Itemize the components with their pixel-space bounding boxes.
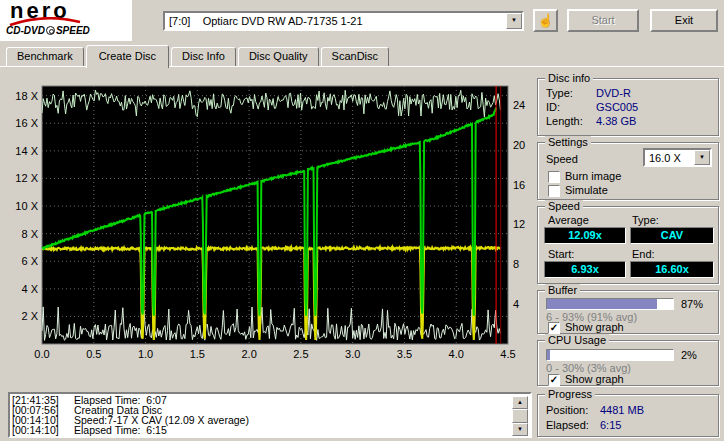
svg-text:8 X: 8 X <box>21 228 38 240</box>
scroll-up-icon[interactable]: ▲ <box>512 396 528 409</box>
svg-text:0.0: 0.0 <box>34 348 49 360</box>
svg-text:12 X: 12 X <box>15 172 38 184</box>
disc-id-label: ID: <box>546 101 560 113</box>
end-speed-value: 16.60x <box>630 261 714 278</box>
exit-button[interactable]: Exit <box>650 9 718 32</box>
drive-selector-value: [7:0] Optiarc DVD RW AD-71735 1-21 <box>169 14 363 28</box>
speed-group: Speed Average Type: 12.09x CAV Start: En… <box>537 206 719 284</box>
svg-text:6 X: 6 X <box>21 255 38 267</box>
hand-icon: ☝ <box>537 13 553 28</box>
buffer-show-graph-checkbox[interactable]: ✓ <box>548 322 560 334</box>
write-speed-value: 16.0 X <box>649 151 681 165</box>
tab-disc-info[interactable]: Disc Info <box>171 47 236 66</box>
eject-hand-button[interactable]: ☝ <box>533 9 558 32</box>
svg-text:1.0: 1.0 <box>138 348 153 360</box>
position-value: 4481 MB <box>600 404 644 416</box>
simulate-label: Simulate <box>565 184 608 196</box>
cpu-group: CPU Usage 2% 0 - 30% (3% avg) ✓ Show gra… <box>537 340 719 386</box>
tab-benchmark[interactable]: Benchmark <box>6 47 84 66</box>
svg-text:2.5: 2.5 <box>293 348 308 360</box>
svg-text:24: 24 <box>513 99 525 111</box>
cpu-show-graph-checkbox[interactable]: ✓ <box>548 374 560 386</box>
cpu-bar <box>546 349 674 361</box>
scrollbar-thumb[interactable] <box>512 409 528 423</box>
disc-id-value: GSC005 <box>596 101 638 113</box>
settings-title: Settings <box>545 136 591 149</box>
disc-type-label: Type: <box>546 87 573 99</box>
progress-title: Progress <box>545 388 595 401</box>
disc-icon <box>46 26 55 35</box>
burn-image-checkbox[interactable]: ✓ <box>548 171 560 183</box>
svg-text:20: 20 <box>513 139 525 151</box>
cpu-show-graph-label: Show graph <box>565 373 624 385</box>
svg-text:0.5: 0.5 <box>86 348 101 360</box>
end-speed-label: End: <box>632 248 655 260</box>
start-speed-label: Start: <box>548 248 574 260</box>
write-speed-selector[interactable]: 16.0 X ▼ <box>643 148 712 167</box>
svg-text:2 X: 2 X <box>21 310 38 322</box>
svg-text:3.0: 3.0 <box>345 348 360 360</box>
svg-text:2.0: 2.0 <box>241 348 256 360</box>
buffer-group: Buffer 87% 6 - 93% (91% avg) ✓ Show grap… <box>537 290 719 334</box>
buffer-show-graph-label: Show graph <box>565 321 624 333</box>
speed-title: Speed <box>545 200 583 213</box>
svg-text:4.5: 4.5 <box>500 348 515 360</box>
chevron-down-icon[interactable]: ▼ <box>506 13 522 29</box>
chevron-down-icon[interactable]: ▼ <box>694 150 710 165</box>
speed-setting-label: Speed <box>546 153 578 165</box>
disc-type-value: DVD-R <box>596 87 631 99</box>
svg-text:1.5: 1.5 <box>190 348 205 360</box>
log-scrollbar[interactable]: ▲ ▼ <box>512 396 528 436</box>
start-speed-value: 6.93x <box>544 261 626 278</box>
tab-strip: Benchmark Create Disc Disc Info Disc Qua… <box>6 45 391 68</box>
disc-info-title: Disc info <box>545 72 593 85</box>
average-speed-value: 12.09x <box>544 227 626 244</box>
svg-text:14 X: 14 X <box>15 145 38 157</box>
buffer-bar <box>546 298 674 310</box>
cpu-title: CPU Usage <box>545 334 609 347</box>
burn-image-label: Burn image <box>565 170 621 182</box>
speed-type-value: CAV <box>630 227 714 244</box>
svg-text:16: 16 <box>513 179 525 191</box>
cdspeed-brand-right: SPEED <box>56 25 90 36</box>
disc-length-label: Length: <box>546 115 583 127</box>
cdspeed-brand-left: CD-DVD <box>6 25 45 36</box>
buffer-percent: 87% <box>681 298 703 310</box>
cpu-percent: 2% <box>681 349 697 361</box>
tab-scandisc[interactable]: ScanDisc <box>321 47 389 66</box>
svg-text:4 X: 4 X <box>21 283 38 295</box>
position-label: Position: <box>546 404 588 416</box>
start-button[interactable]: Start <box>567 9 639 32</box>
speed-chart: 2 X4 X6 X8 X10 X12 X14 X16 X18 X0.00.51.… <box>8 76 532 370</box>
type-label: Type: <box>632 214 659 226</box>
drive-selector[interactable]: [7:0] Optiarc DVD RW AD-71735 1-21 ▼ <box>163 11 524 31</box>
log-entry: [00:14:10]Elapsed Time: 6:15 <box>12 425 528 435</box>
buffer-title: Buffer <box>545 284 580 297</box>
elapsed-value: 6:15 <box>600 419 621 431</box>
svg-text:18 X: 18 X <box>15 90 38 102</box>
simulate-checkbox[interactable]: ✓ <box>548 185 560 197</box>
scroll-down-icon[interactable]: ▼ <box>512 423 528 436</box>
svg-text:4: 4 <box>513 298 519 310</box>
elapsed-label: Elapsed: <box>546 419 589 431</box>
nero-logo: nero CD-DVDSPEED <box>0 0 132 41</box>
tab-disc-quality[interactable]: Disc Quality <box>238 47 319 66</box>
svg-text:16 X: 16 X <box>15 117 38 129</box>
svg-text:10 X: 10 X <box>15 200 38 212</box>
nero-cdspeed-window: nero CD-DVDSPEED [7:0] Optiarc DVD RW AD… <box>0 0 724 441</box>
buffer-bar-fill <box>547 299 657 309</box>
event-log: [21:41:35]Elapsed Time: 6:07 [00:07:56]C… <box>8 392 532 438</box>
svg-text:4.0: 4.0 <box>449 348 464 360</box>
disc-length-value: 4.38 GB <box>596 115 636 127</box>
svg-text:8: 8 <box>513 258 519 270</box>
tab-create-disc[interactable]: Create Disc <box>86 45 169 68</box>
disc-info-group: Disc info Type: DVD-R ID: GSC005 Length:… <box>537 78 719 136</box>
progress-group: Progress Position: 4481 MB Elapsed: 6:15 <box>537 394 719 437</box>
cpu-bar-fill <box>547 350 550 360</box>
svg-text:12: 12 <box>513 218 525 230</box>
average-label: Average <box>548 214 589 226</box>
svg-text:3.5: 3.5 <box>397 348 412 360</box>
